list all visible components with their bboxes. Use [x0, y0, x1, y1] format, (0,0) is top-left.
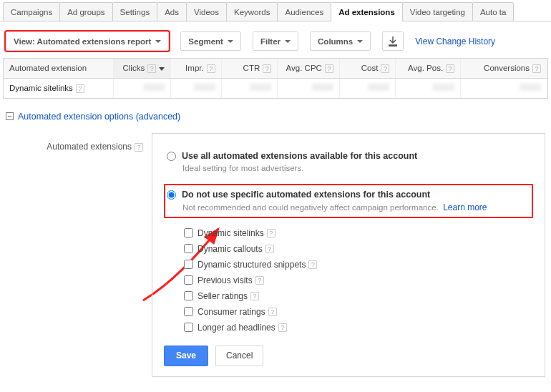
check-consumer-ratings[interactable]: Consumer ratings? — [184, 304, 533, 320]
col-cost[interactable]: Cost? — [339, 59, 396, 78]
view-dropdown[interactable]: View: Automated extensions report — [6, 31, 169, 51]
help-icon[interactable]: ? — [325, 64, 333, 73]
row-label: Dynamic sitelinks? — [4, 78, 113, 98]
col-conversions[interactable]: Conversions? — [461, 59, 547, 78]
caret-icon — [357, 40, 363, 43]
help-icon[interactable]: ? — [207, 64, 215, 73]
table-row[interactable]: Dynamic sitelinks? — [4, 78, 547, 98]
tab-videos[interactable]: Videos — [186, 2, 227, 21]
options-panel: Use all automated extensions available f… — [152, 133, 545, 377]
col-avg-cpc[interactable]: Avg. CPC? — [278, 59, 340, 78]
extension-checkbox-list: Dynamic sitelinks? Dynamic callouts? Dyn… — [184, 225, 533, 335]
help-icon[interactable]: ? — [278, 323, 287, 332]
radio-use-all[interactable] — [167, 152, 176, 161]
check-longer-headlines[interactable]: Longer ad headlines? — [184, 320, 533, 335]
caret-icon — [228, 40, 233, 43]
tab-settings[interactable]: Settings — [112, 2, 158, 21]
help-icon[interactable]: ? — [250, 292, 259, 300]
help-icon[interactable]: ? — [532, 64, 541, 73]
toolbar: View: Automated extensions report Segmen… — [0, 21, 551, 58]
tab-video-targeting[interactable]: Video targeting — [402, 2, 473, 21]
caret-icon — [155, 40, 161, 43]
col-avg-pos[interactable]: Avg. Pos.? — [396, 59, 461, 78]
help-icon[interactable]: ? — [263, 64, 271, 73]
radio-dont-use[interactable] — [167, 190, 176, 200]
download-icon — [389, 36, 397, 46]
col-ctr[interactable]: CTR? — [221, 59, 278, 78]
tab-keywords[interactable]: Keywords — [226, 2, 278, 21]
sort-desc-icon — [159, 67, 165, 71]
help-icon[interactable]: ? — [446, 64, 454, 73]
check-previous-visits[interactable]: Previous visits? — [184, 273, 533, 288]
download-button[interactable] — [382, 31, 404, 51]
option-dont-use-label: Do not use specific automated extensions… — [182, 190, 430, 200]
report-table: Automated extension Clicks? Impr.? CTR? … — [3, 58, 548, 99]
save-button[interactable]: Save — [164, 346, 208, 366]
help-icon[interactable]: ? — [135, 143, 143, 152]
check-dynamic-callouts[interactable]: Dynamic callouts? — [184, 241, 533, 257]
tab-campaigns[interactable]: Campaigns — [3, 2, 60, 21]
nav-tabs: Campaigns Ad groups Settings Ads Videos … — [0, 0, 551, 21]
help-icon[interactable]: ? — [265, 245, 274, 253]
tab-audiences[interactable]: Audiences — [277, 2, 331, 21]
svg-rect-0 — [389, 45, 397, 46]
view-label: View: Automated extensions report — [14, 37, 151, 46]
section-title[interactable]: Automated extension options (advanced) — [18, 112, 180, 122]
collapse-icon[interactable]: − — [6, 112, 14, 120]
columns-dropdown[interactable]: Columns — [310, 31, 371, 51]
table-header-row: Automated extension Clicks? Impr.? CTR? … — [4, 59, 547, 78]
tab-auto[interactable]: Auto ta — [472, 2, 514, 21]
check-seller-ratings[interactable]: Seller ratings? — [184, 288, 533, 304]
col-extension[interactable]: Automated extension — [4, 59, 113, 78]
help-icon[interactable]: ? — [308, 260, 317, 269]
view-history-link[interactable]: View Change History — [415, 36, 495, 46]
check-dynamic-sitelinks[interactable]: Dynamic sitelinks? — [184, 225, 533, 241]
col-clicks[interactable]: Clicks? — [113, 59, 171, 78]
learn-more-link[interactable]: Learn more — [443, 202, 487, 212]
help-icon[interactable]: ? — [268, 308, 277, 316]
help-icon[interactable]: ? — [255, 276, 264, 285]
tab-ads[interactable]: Ads — [157, 2, 187, 21]
option-use-all-label: Use all automated extensions available f… — [182, 151, 417, 161]
field-label: Automated extensions? — [23, 133, 152, 152]
option-dont-use[interactable]: Do not use specific automated extensions… — [164, 184, 533, 218]
tab-ad-groups[interactable]: Ad groups — [59, 2, 112, 21]
tab-ad-extensions[interactable]: Ad extensions — [331, 2, 403, 21]
option-use-all-sub: Ideal setting for most advertisers. — [182, 164, 527, 172]
col-impr[interactable]: Impr.? — [171, 59, 222, 78]
segment-dropdown[interactable]: Segment — [180, 31, 241, 51]
option-use-all[interactable]: Use all automated extensions available f… — [164, 145, 533, 178]
check-structured-snippets[interactable]: Dynamic structured snippets? — [184, 257, 533, 273]
filter-dropdown[interactable]: Filter — [253, 31, 298, 51]
option-dont-use-sub: Not recommended and could negatively aff… — [182, 202, 527, 212]
caret-icon — [285, 40, 291, 43]
help-icon[interactable]: ? — [381, 64, 389, 73]
help-icon[interactable]: ? — [147, 64, 156, 73]
advanced-section: − Automated extension options (advanced)… — [0, 99, 551, 377]
help-icon[interactable]: ? — [76, 84, 84, 93]
help-icon[interactable]: ? — [267, 229, 276, 237]
cancel-button[interactable]: Cancel — [215, 346, 263, 366]
